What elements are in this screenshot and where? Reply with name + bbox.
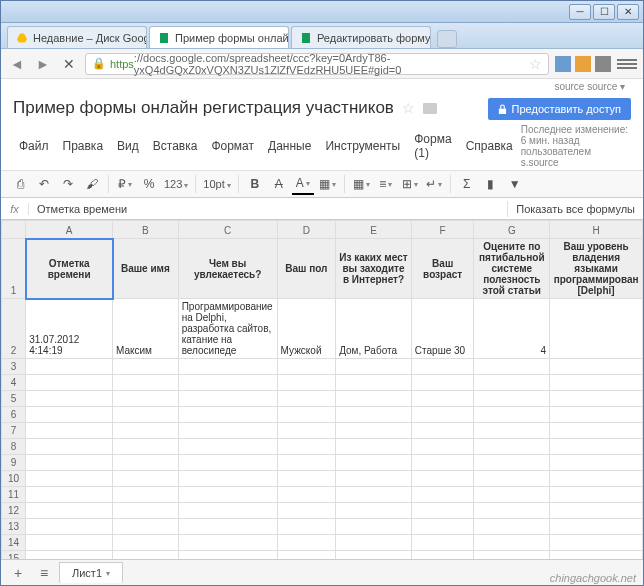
undo-button[interactable]: ↶ <box>33 173 55 195</box>
row-header[interactable]: 13 <box>2 519 26 535</box>
cell[interactable] <box>474 423 550 439</box>
cell[interactable] <box>277 503 336 519</box>
formula-input[interactable]: Отметка времени <box>29 203 507 215</box>
cell[interactable] <box>178 471 277 487</box>
cell[interactable] <box>277 439 336 455</box>
cell[interactable] <box>26 439 113 455</box>
cell[interactable] <box>113 455 179 471</box>
cell[interactable] <box>550 407 643 423</box>
menu-form[interactable]: Форма (1) <box>408 129 457 163</box>
row-header[interactable]: 4 <box>2 375 26 391</box>
cell[interactable] <box>550 391 643 407</box>
cell[interactable] <box>411 375 474 391</box>
cell[interactable] <box>550 375 643 391</box>
star-icon[interactable]: ☆ <box>402 100 415 116</box>
cell[interactable] <box>26 471 113 487</box>
print-button[interactable]: ⎙ <box>9 173 31 195</box>
cell[interactable] <box>336 471 412 487</box>
row-header[interactable]: 3 <box>2 359 26 375</box>
bookmark-star-icon[interactable]: ☆ <box>529 56 542 72</box>
cell[interactable] <box>178 487 277 503</box>
cell[interactable] <box>411 359 474 375</box>
menu-view[interactable]: Вид <box>111 136 145 156</box>
cell[interactable] <box>277 551 336 560</box>
cell[interactable] <box>113 359 179 375</box>
cell[interactable] <box>336 455 412 471</box>
menu-edit[interactable]: Правка <box>57 136 110 156</box>
cell[interactable] <box>411 439 474 455</box>
cell[interactable] <box>178 407 277 423</box>
cell[interactable] <box>26 487 113 503</box>
text-color-button[interactable]: A <box>292 173 314 195</box>
window-maximize-button[interactable]: ☐ <box>593 4 615 20</box>
borders-button[interactable]: ▦ <box>350 173 373 195</box>
menu-insert[interactable]: Вставка <box>147 136 204 156</box>
cell[interactable] <box>411 423 474 439</box>
percent-button[interactable]: % <box>138 173 160 195</box>
sheet-tab[interactable]: Лист1 ▾ <box>59 562 123 583</box>
cell[interactable] <box>26 359 113 375</box>
font-size-dropdown[interactable]: 10pt <box>201 178 232 190</box>
cell[interactable] <box>474 391 550 407</box>
cell[interactable] <box>26 535 113 551</box>
menu-format[interactable]: Формат <box>205 136 260 156</box>
cell[interactable] <box>178 535 277 551</box>
cell[interactable] <box>550 551 643 560</box>
menu-data[interactable]: Данные <box>262 136 317 156</box>
merge-button[interactable]: ⊞ <box>399 173 421 195</box>
column-header[interactable]: D <box>277 221 336 239</box>
column-header[interactable]: B <box>113 221 179 239</box>
cell[interactable]: Оцените по пятибальной системе полезност… <box>474 239 550 299</box>
document-title[interactable]: Пример формы онлайн регистрация участник… <box>13 98 394 118</box>
row-header[interactable]: 9 <box>2 455 26 471</box>
cell[interactable] <box>550 299 643 359</box>
cell[interactable] <box>277 359 336 375</box>
cell[interactable] <box>411 519 474 535</box>
cell[interactable] <box>474 519 550 535</box>
cell[interactable] <box>113 535 179 551</box>
cell[interactable]: Ваш уровень владения языками программиро… <box>550 239 643 299</box>
reload-button[interactable]: ✕ <box>59 54 79 74</box>
browser-tab[interactable]: Редактировать форму – П × <box>291 26 431 48</box>
cell[interactable] <box>474 503 550 519</box>
menu-file[interactable]: Файл <box>13 136 55 156</box>
cell[interactable] <box>26 407 113 423</box>
cell[interactable] <box>336 439 412 455</box>
cell[interactable] <box>336 391 412 407</box>
cell[interactable] <box>178 423 277 439</box>
cell[interactable] <box>411 503 474 519</box>
cell[interactable] <box>277 519 336 535</box>
cell[interactable] <box>411 551 474 560</box>
cell[interactable] <box>550 487 643 503</box>
cell[interactable] <box>336 423 412 439</box>
cell[interactable] <box>550 519 643 535</box>
cell[interactable] <box>113 487 179 503</box>
row-header[interactable]: 5 <box>2 391 26 407</box>
cell[interactable] <box>336 519 412 535</box>
spreadsheet-grid[interactable]: A B C D E F G H 1 Отметка времени Ваше и… <box>1 220 643 559</box>
cell[interactable] <box>550 359 643 375</box>
cell[interactable] <box>336 551 412 560</box>
cell[interactable] <box>474 375 550 391</box>
cell[interactable] <box>336 503 412 519</box>
cell[interactable]: Максим <box>113 299 179 359</box>
menu-help[interactable]: Справка <box>460 136 519 156</box>
column-header[interactable]: C <box>178 221 277 239</box>
cell[interactable] <box>277 407 336 423</box>
cell[interactable] <box>336 535 412 551</box>
cell[interactable] <box>411 407 474 423</box>
all-sheets-button[interactable]: ≡ <box>33 563 55 583</box>
row-header[interactable]: 10 <box>2 471 26 487</box>
cell[interactable] <box>178 375 277 391</box>
browser-tab[interactable]: Пример формы онлайн рег × <box>149 26 289 48</box>
cell[interactable]: Мужской <box>277 299 336 359</box>
window-close-button[interactable]: ✕ <box>617 4 639 20</box>
cell[interactable] <box>26 503 113 519</box>
column-header[interactable]: F <box>411 221 474 239</box>
cell[interactable] <box>113 551 179 560</box>
show-formulas-button[interactable]: Показать все формулы <box>507 201 643 217</box>
extension-icon[interactable] <box>555 56 571 72</box>
browser-tab[interactable]: Недавние – Диск Google × <box>7 26 147 48</box>
cell[interactable] <box>474 455 550 471</box>
cell[interactable] <box>26 391 113 407</box>
